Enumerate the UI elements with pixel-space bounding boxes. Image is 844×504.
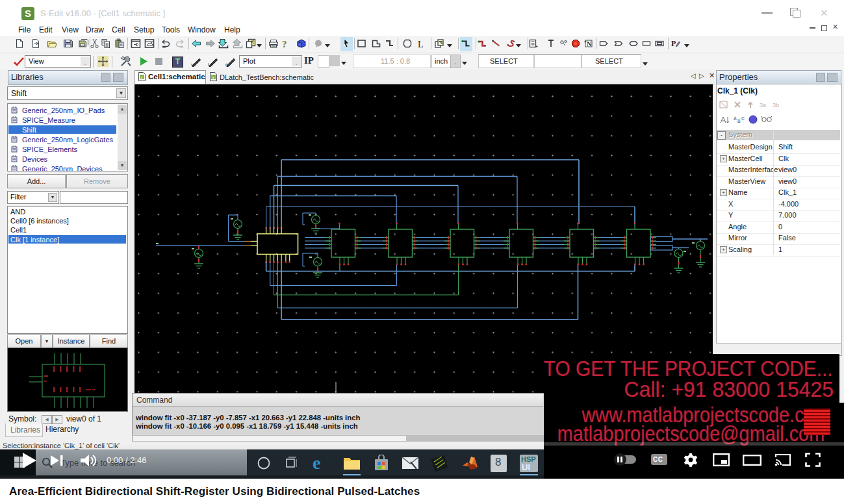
svg-text:i: i	[208, 62, 209, 67]
svg-text:s: s	[212, 75, 214, 79]
svg-text:3a: 3a	[760, 102, 766, 108]
svg-text:v: v	[191, 62, 194, 67]
svg-text:B: B	[737, 119, 741, 123]
svg-text:3b: 3b	[773, 102, 779, 108]
svg-text:P: P	[671, 39, 676, 48]
svg-text:C: C	[741, 116, 745, 121]
svg-text:s: s	[141, 75, 143, 79]
svg-text:N: N	[587, 40, 592, 47]
svg-text:q: q	[225, 62, 228, 67]
svg-text:A: A	[734, 116, 737, 121]
